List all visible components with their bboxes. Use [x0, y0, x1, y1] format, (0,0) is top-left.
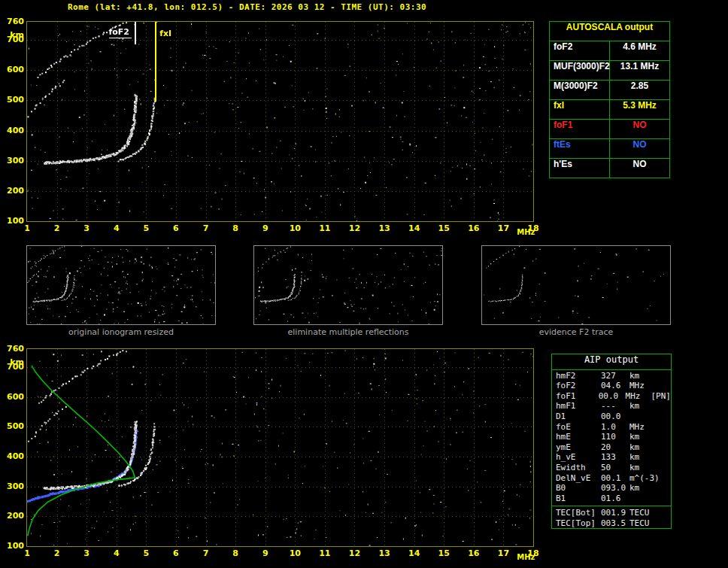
parameter-unit: TECU: [629, 508, 657, 518]
aip-row: foF100.0MHz[PN]: [552, 391, 671, 401]
panel-eliminate-reflections: [253, 245, 443, 325]
parameter-unit: km: [629, 483, 657, 493]
parameter-value: 4.6 MHz: [610, 41, 669, 60]
aip-row: B101.6: [552, 494, 671, 503]
aip-row: Ewidth50km: [552, 463, 671, 472]
parameter-value: 1.0: [601, 422, 629, 432]
x-axis-tick-label: 3: [83, 548, 89, 558]
parameter-unit: km: [629, 432, 657, 442]
parameter-unit: MHz: [626, 391, 651, 401]
parameter-flag: [657, 412, 671, 421]
parameter-label: DelN_vE: [556, 473, 601, 483]
parameter-label: hmF1: [556, 401, 601, 411]
parameter-flag: [657, 452, 671, 462]
parameter-value: 110: [601, 432, 629, 442]
parameter-label: B1: [556, 494, 601, 503]
x-axis-tick-label: 13: [378, 548, 390, 558]
x-axis-tick-label: 12: [349, 548, 360, 558]
autoscala-row: foF1NO: [550, 120, 669, 139]
parameter-value: 003.5: [601, 518, 629, 528]
aip-row: hmE110km: [552, 432, 671, 442]
fxi-marker-label: fxI: [159, 29, 171, 38]
x-axis-tick-label: 3: [83, 223, 89, 233]
ionogram-plot: foF2 fxI 760700600500400300200100km12345…: [26, 21, 534, 222]
parameter-value: 01.6: [601, 494, 629, 503]
parameter-value: NO: [610, 159, 669, 178]
x-axis-tick-label: 16: [468, 548, 479, 558]
x-axis-tick-label: 9: [262, 548, 268, 558]
aip-row: foF204.6MHz: [552, 381, 671, 390]
y-axis-tick-label: 300: [2, 156, 24, 166]
parameter-value: NO: [610, 120, 669, 138]
y-axis-tick-label: 200: [2, 511, 24, 521]
panel-evidence-f2: [481, 245, 671, 325]
parameter-unit: [629, 412, 657, 421]
parameter-unit: [629, 494, 657, 503]
x-axis-tick-label: 8: [232, 223, 238, 233]
aip-output-table: AIP output hmF2327kmfoF204.6MHzfoF100.0M…: [551, 354, 672, 529]
autoscala-row: foF24.6 MHz: [550, 41, 669, 61]
parameter-unit: km: [629, 371, 657, 381]
y-axis-tick-label: 400: [2, 451, 24, 461]
ionogram-canvas: [27, 22, 533, 221]
autoscala-app: Rome (lat: +41.8, lon: 012.5) - DATE: 20…: [0, 0, 728, 568]
panel-caption: original ionogram resized: [26, 327, 216, 337]
x-axis-tick-label: 15: [438, 548, 450, 558]
page-title: Rome (lat: +41.8, lon: 012.5) - DATE: 20…: [68, 2, 426, 12]
parameter-label: B0: [556, 483, 601, 493]
parameter-value: 13.1 MHz: [610, 61, 669, 80]
parameter-unit: MHz: [629, 381, 657, 390]
parameter-value: 327: [601, 371, 629, 381]
parameter-value: 50: [601, 463, 629, 472]
parameter-unit: km: [629, 463, 657, 472]
y-axis-tick-label: 600: [2, 392, 24, 402]
x-axis-tick-label: 7: [203, 223, 209, 233]
x-axis-tick-label: 16: [468, 223, 479, 233]
y-axis-tick-label: 500: [2, 421, 24, 431]
panel-original-ionogram: [26, 245, 216, 325]
x-axis-tick-label: 7: [203, 548, 209, 558]
parameter-value: 00.0: [601, 412, 629, 421]
x-axis-tick-label: 13: [378, 223, 390, 233]
x-axis-tick-label: 9: [262, 223, 268, 233]
parameter-value: 00.1: [601, 473, 629, 483]
parameter-value: 5.3 MHz: [610, 100, 669, 119]
fof2-marker-line: [135, 22, 136, 44]
x-axis-unit-label: MHz: [517, 228, 535, 236]
parameter-flag: [657, 494, 671, 503]
y-axis-tick-label: 300: [2, 481, 24, 491]
parameter-value: ---: [601, 401, 629, 411]
aip-row: ymE20km: [552, 442, 671, 452]
parameter-flag: [657, 508, 671, 518]
parameter-flag: [657, 463, 671, 472]
aip-row: B0093.0km: [552, 483, 671, 493]
x-axis-tick-label: 2: [54, 223, 60, 233]
x-axis-tick-label: 6: [173, 548, 179, 558]
parameter-value: 00.0: [599, 391, 626, 401]
autoscala-table-header: AUTOSCALA output: [550, 22, 669, 41]
aip-table-body: hmF2327kmfoF204.6MHzfoF100.0MHz[PN]hmF1-…: [552, 371, 671, 503]
x-axis-tick-label: 4: [114, 223, 120, 233]
parameter-value: 093.0: [601, 483, 629, 493]
aip-row: h_vE133km: [552, 452, 671, 462]
panel-caption: eliminate multiple reflections: [253, 327, 443, 337]
parameter-unit: km: [629, 401, 657, 411]
y-axis-unit-label: km: [2, 357, 24, 367]
aip-row: hmF1---km: [552, 401, 671, 411]
autoscala-output-table: AUTOSCALA output foF24.6 MHzMUF(3000)F21…: [549, 21, 670, 178]
autoscala-row: h'EsNO: [550, 159, 669, 178]
x-axis-tick-label: 6: [173, 223, 179, 233]
parameter-label: h'Es: [550, 159, 610, 178]
parameter-flag: [657, 518, 671, 528]
parameter-label: h_vE: [556, 452, 601, 462]
parameter-value: 04.6: [601, 381, 629, 390]
y-axis-tick-label: 760: [2, 344, 24, 354]
parameter-unit: km: [629, 442, 657, 452]
y-axis-tick-label: 100: [2, 541, 24, 551]
x-axis-tick-label: 10: [290, 548, 301, 558]
parameter-label: ymE: [556, 442, 601, 452]
autoscala-row: ftEsNO: [550, 139, 669, 159]
x-axis-tick-label: 8: [232, 548, 238, 558]
aip-row: hmF2327km: [552, 371, 671, 381]
parameter-value: 2.85: [610, 80, 669, 99]
